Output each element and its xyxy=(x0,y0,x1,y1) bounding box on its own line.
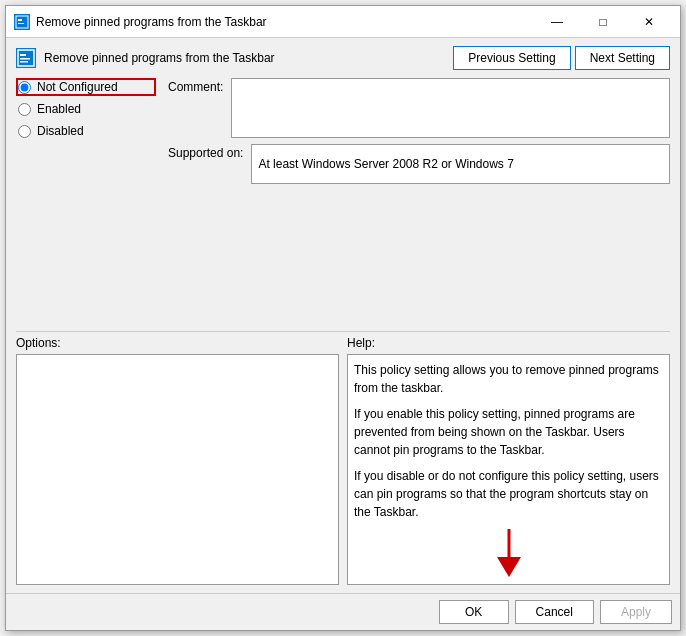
window-controls: — □ ✕ xyxy=(534,8,672,36)
comment-row: Comment: xyxy=(168,78,670,138)
svg-rect-2 xyxy=(18,23,24,24)
arrow-container xyxy=(354,529,663,585)
svg-rect-4 xyxy=(20,54,26,56)
window-title: Remove pinned programs from the Taskbar xyxy=(36,15,528,29)
main-window: Remove pinned programs from the Taskbar … xyxy=(5,5,681,631)
cancel-button[interactable]: Cancel xyxy=(515,600,594,624)
apply-button[interactable]: Apply xyxy=(600,600,672,624)
options-box xyxy=(16,354,339,585)
dialog-title: Remove pinned programs from the Taskbar xyxy=(44,51,275,65)
settings-row: Not Configured Enabled Disabled Comment: xyxy=(16,78,670,327)
help-paragraph-3: If you disable or do not configure this … xyxy=(354,467,663,521)
help-box: This policy setting allows you to remove… xyxy=(347,354,670,585)
enabled-option[interactable]: Enabled xyxy=(16,100,156,118)
bottom-panels: Options: Help: This policy setting allow… xyxy=(16,336,670,585)
next-setting-button[interactable]: Next Setting xyxy=(575,46,670,70)
right-panel: Comment: Supported on: At least Windows … xyxy=(168,78,670,327)
help-paragraph-2: If you enable this policy setting, pinne… xyxy=(354,405,663,459)
supported-value: At least Windows Server 2008 R2 or Windo… xyxy=(251,144,670,184)
comment-label: Comment: xyxy=(168,78,223,94)
options-panel: Options: xyxy=(16,336,339,585)
svg-marker-8 xyxy=(497,557,521,577)
svg-rect-0 xyxy=(16,16,28,28)
not-configured-label: Not Configured xyxy=(37,80,118,94)
disabled-radio[interactable] xyxy=(18,125,31,138)
title-bar: Remove pinned programs from the Taskbar … xyxy=(6,6,680,38)
enabled-label: Enabled xyxy=(37,102,81,116)
radio-group: Not Configured Enabled Disabled xyxy=(16,78,156,140)
left-panel: Not Configured Enabled Disabled xyxy=(16,78,156,327)
previous-setting-button[interactable]: Previous Setting xyxy=(453,46,570,70)
help-label: Help: xyxy=(347,336,670,350)
svg-rect-6 xyxy=(20,61,28,63)
header-row: Remove pinned programs from the Taskbar … xyxy=(16,46,670,70)
help-paragraph-1: This policy setting allows you to remove… xyxy=(354,361,663,397)
svg-rect-5 xyxy=(20,58,30,60)
divider xyxy=(16,331,670,332)
supported-label: Supported on: xyxy=(168,144,243,160)
disabled-label: Disabled xyxy=(37,124,84,138)
svg-rect-1 xyxy=(18,19,22,21)
window-icon xyxy=(14,14,30,30)
not-configured-option[interactable]: Not Configured xyxy=(16,78,156,96)
maximize-button[interactable]: □ xyxy=(580,8,626,36)
minimize-button[interactable]: — xyxy=(534,8,580,36)
supported-row: Supported on: At least Windows Server 20… xyxy=(168,144,670,184)
ok-button[interactable]: OK xyxy=(439,600,509,624)
comment-textarea[interactable] xyxy=(231,78,670,138)
not-configured-radio[interactable] xyxy=(18,81,31,94)
header-title-row: Remove pinned programs from the Taskbar xyxy=(16,48,275,68)
content-area: Remove pinned programs from the Taskbar … xyxy=(6,38,680,593)
help-panel: Help: This policy setting allows you to … xyxy=(347,336,670,585)
help-text-content: This policy setting allows you to remove… xyxy=(354,361,663,521)
options-label: Options: xyxy=(16,336,339,350)
footer-row: OK Cancel Apply xyxy=(6,593,680,630)
close-button[interactable]: ✕ xyxy=(626,8,672,36)
nav-buttons: Previous Setting Next Setting xyxy=(453,46,670,70)
enabled-radio[interactable] xyxy=(18,103,31,116)
down-arrow-icon xyxy=(479,529,539,579)
disabled-option[interactable]: Disabled xyxy=(16,122,156,140)
header-icon xyxy=(16,48,36,68)
